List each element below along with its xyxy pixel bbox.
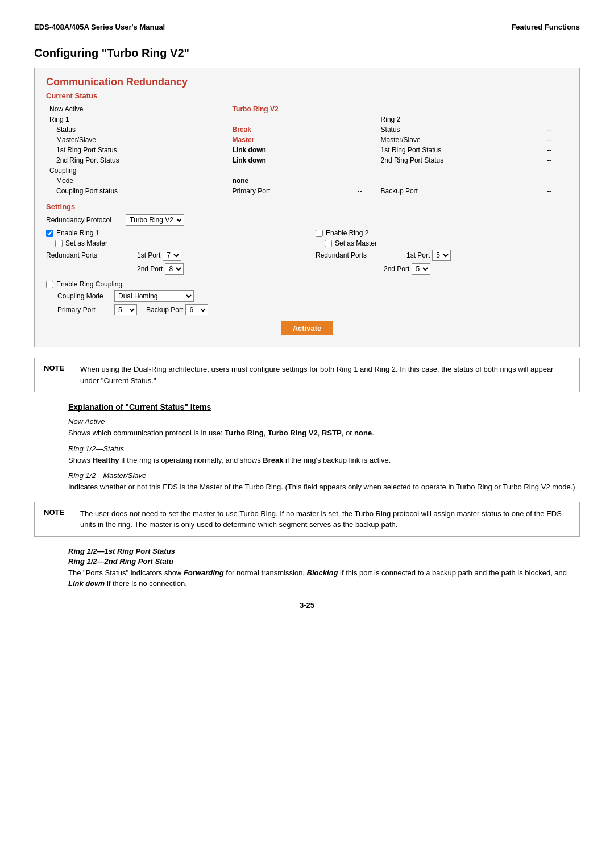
port-1st-label-1: 1st Port — [137, 251, 160, 259]
port-2nd-select-1[interactable]: 8 — [165, 263, 184, 275]
port-2nd-row-1: 2nd Port 8 — [46, 263, 298, 275]
ring2-col: Enable Ring 2 Set as Master Redundant Po… — [316, 229, 568, 277]
header-left: EDS-408A/405A Series User's Manual — [34, 23, 165, 31]
section-title: Configuring "Turbo Ring V2" — [34, 47, 580, 60]
expl-master-slave-title: Ring 1/2—Master/Slave — [68, 471, 580, 480]
enable-ring2-label: Enable Ring 2 — [326, 229, 368, 237]
primary-port-setting-select[interactable]: 5 — [114, 304, 137, 315]
ring2-master: -- — [545, 135, 567, 144]
ring2-label: Ring 2 — [379, 115, 544, 124]
primary-port-status-label: Primary Port — [230, 186, 354, 196]
status-label-2: Status — [379, 125, 544, 134]
coupling-mode-row: Coupling Mode Dual Homing — [57, 290, 568, 302]
current-status-title: Current Status — [46, 92, 568, 100]
backup-port-setting-select[interactable]: 6 — [185, 304, 208, 315]
header-right: Featured Functions — [511, 23, 580, 31]
note1-label: NOTE — [44, 364, 72, 386]
port-1st-label-2: 1st Port — [406, 251, 430, 259]
explanation-title: Explanation of "Current Status" Items — [68, 402, 580, 412]
primary-port-setting-row: Primary Port 5 Backup Port 6 — [57, 304, 568, 315]
enable-ring2-row: Enable Ring 2 — [316, 229, 568, 237]
ring-port1-label-1: 1st Ring Port Status — [47, 146, 229, 155]
port-1st-select-2[interactable]: 5 — [432, 250, 451, 261]
note2-text: The user does not need to set the master… — [80, 508, 570, 530]
settings-section: Settings Redundancy Protocol Turbo Ring … — [46, 202, 568, 335]
ring-port2-label-2: 2nd Ring Port Status — [379, 156, 544, 165]
ring1-status: Break — [230, 125, 354, 134]
enable-ring1-row: Enable Ring 1 — [46, 229, 298, 237]
ring2-status: -- — [545, 125, 567, 134]
primary-port-setting-label: Primary Port — [57, 306, 114, 314]
port-2nd-select-2[interactable]: 5 — [412, 263, 430, 275]
enable-ring2-checkbox[interactable] — [316, 230, 323, 237]
note1-box: NOTE When using the Dual-Ring architectu… — [34, 358, 580, 392]
ring2-port1: -- — [545, 146, 567, 155]
ring-port2-status-title: Ring 1/2—2nd Ring Port Statu — [68, 557, 580, 566]
port-2nd-row-2: 2nd Port 5 — [316, 263, 568, 275]
port-1st-select-1[interactable]: 7 — [163, 250, 181, 261]
ring-port1-label-2: 1st Ring Port Status — [379, 146, 544, 155]
primary-port-dash: -- — [355, 186, 377, 196]
redundancy-protocol-select[interactable]: Turbo Ring V2 — [126, 214, 184, 226]
settings-title: Settings — [46, 202, 568, 211]
mode-value: none — [230, 176, 354, 185]
coupling-mode-select[interactable]: Dual Homing — [114, 290, 194, 302]
status-table: Now Active Turbo Ring V2 Ring 1 Ring 2 S… — [46, 103, 568, 197]
ring1-label: Ring 1 — [47, 115, 229, 124]
set-master2-checkbox[interactable] — [325, 240, 332, 247]
expl-now-active-title: Now Active — [68, 417, 580, 426]
redundant-ports-2-label: Redundant Ports — [316, 251, 406, 259]
page-number: 3-25 — [34, 601, 580, 609]
set-master2-row: Set as Master — [325, 239, 568, 247]
expl-ring-status-title: Ring 1/2—Status — [68, 445, 580, 453]
backup-port-dash: -- — [545, 186, 567, 196]
port-2nd-label-1: 2nd Port — [137, 265, 163, 273]
backup-port-setting-label: Backup Port — [146, 306, 183, 314]
ring1-master: Master — [230, 135, 354, 144]
ring-port1-status-title: Ring 1/2—1st Ring Port Status — [68, 547, 580, 555]
redundant-ports-1-label: Redundant Ports — [46, 251, 137, 259]
set-master1-label: Set as Master — [65, 239, 107, 247]
ring1-port1: Link down — [230, 146, 354, 155]
master-slave-label-2: Master/Slave — [379, 135, 544, 144]
mode-label: Mode — [47, 176, 229, 185]
note2-label: NOTE — [44, 508, 72, 530]
enable-ring-coupling-row: Enable Ring Coupling — [46, 280, 568, 288]
backup-port-status-label: Backup Port — [379, 186, 544, 196]
coupling-mode-label: Coupling Mode — [57, 292, 114, 300]
now-active-label: Now Active — [47, 105, 229, 114]
expl-now-active-text: Shows which communication protocol is in… — [68, 427, 580, 439]
coupling-label: Coupling — [47, 166, 229, 175]
note1-text: When using the Dual-Ring architecture, u… — [80, 364, 570, 386]
activate-row: Activate — [46, 321, 568, 335]
redundancy-protocol-row: Redundancy Protocol Turbo Ring V2 — [46, 214, 568, 226]
expl-ring-status-text: Shows Healthy if the ring is operating n… — [68, 455, 580, 466]
explanation-section: Explanation of "Current Status" Items No… — [68, 402, 580, 493]
enable-ring1-label: Enable Ring 1 — [56, 229, 99, 237]
status-label-1: Status — [47, 125, 229, 134]
comm-redundancy-title: Communication Redundancy — [46, 76, 568, 88]
enable-ring-coupling-checkbox[interactable] — [46, 281, 53, 288]
explanation2-section: Ring 1/2—1st Ring Port Status Ring 1/2—2… — [68, 547, 580, 589]
activate-button[interactable]: Activate — [281, 321, 333, 335]
enable-ring-coupling-label: Enable Ring Coupling — [56, 280, 122, 288]
enable-rings-row: Enable Ring 1 Set as Master Redundant Po… — [46, 229, 568, 277]
ring2-port2: -- — [545, 156, 567, 165]
redundancy-protocol-label: Redundancy Protocol — [46, 216, 126, 224]
enable-ring1-checkbox[interactable] — [46, 230, 53, 237]
set-master1-row: Set as Master — [55, 239, 298, 247]
redundant-ports-1-row: Redundant Ports 1st Port 7 — [46, 250, 298, 261]
master-slave-label-1: Master/Slave — [47, 135, 229, 144]
expl-master-slave-text: Indicates whether or not this EDS is the… — [68, 481, 580, 493]
ring-port-status-text: The "Ports Status" indicators show Forwa… — [68, 567, 580, 589]
note2-box: NOTE The user does not need to set the m… — [34, 502, 580, 537]
ring1-col: Enable Ring 1 Set as Master Redundant Po… — [46, 229, 298, 277]
port-2nd-label-2: 2nd Port — [384, 265, 409, 273]
coupling-port-label: Coupling Port status — [47, 186, 229, 196]
set-master1-checkbox[interactable] — [55, 240, 63, 247]
ring-port2-label-1: 2nd Ring Port Status — [47, 156, 229, 165]
ui-box: Communication Redundancy Current Status … — [34, 68, 580, 347]
ring-coupling-section: Enable Ring Coupling Coupling Mode Dual … — [46, 280, 568, 315]
redundant-ports-2-row: Redundant Ports 1st Port 5 — [316, 250, 568, 261]
now-active-value: Turbo Ring V2 — [230, 105, 354, 114]
